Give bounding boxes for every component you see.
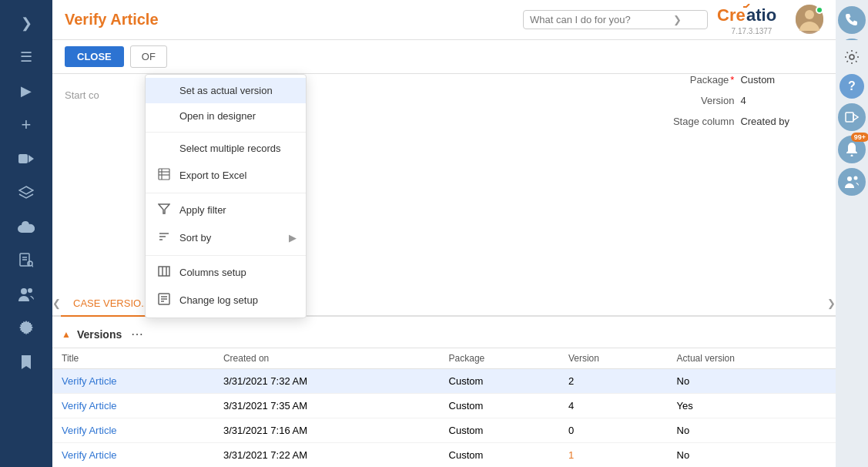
table-row[interactable]: Verify Article 3/31/2021 7:16 AM Custom … <box>52 418 836 443</box>
close-button[interactable]: CLOSE <box>65 46 124 67</box>
row-4-version: 1 <box>559 443 668 468</box>
search-arrow-icon: ❯ <box>673 14 682 25</box>
row-2-title[interactable]: Verify Article <box>62 400 117 412</box>
collapse-versions-button[interactable]: ▲ <box>62 329 71 340</box>
row-4-title[interactable]: Verify Article <box>62 449 117 461</box>
svg-text:atio: atio <box>746 5 776 25</box>
notifications-badge: 99+ <box>851 133 868 142</box>
svg-marker-1 <box>28 155 34 163</box>
row-1-package: Custom <box>440 369 559 394</box>
row-3-actual: No <box>668 418 836 443</box>
form-fields: Package Custom Version 4 Stage column Cr… <box>642 74 789 127</box>
sidebar-icon-people[interactable] <box>11 279 42 310</box>
stage-column-label: Stage column <box>642 116 734 127</box>
search-input[interactable] <box>530 14 669 25</box>
toolbar: CLOSE OF Set as actual version Open in d… <box>52 40 836 74</box>
version-value: 4 <box>740 95 746 106</box>
svg-text:Cre: Cre <box>717 5 746 25</box>
sidebar-icon-search-doc[interactable] <box>11 245 42 276</box>
menu-item-open-designer-label: Open in designer <box>179 110 256 122</box>
table-row[interactable]: Verify Article 3/31/2021 7:32 AM Custom … <box>52 369 836 394</box>
sidebar-icon-bookmark[interactable] <box>11 347 42 378</box>
search-box[interactable]: ❯ <box>523 10 708 29</box>
menu-divider-2 <box>146 193 306 193</box>
row-1-title[interactable]: Verify Article <box>62 375 117 387</box>
menu-item-columns-setup[interactable]: Columns setup <box>146 259 306 286</box>
versions-title: Versions <box>77 328 122 341</box>
versions-table: Title Created on Package Version Actual … <box>52 348 836 467</box>
menu-item-export-excel-label: Export to Excel <box>179 170 246 181</box>
svg-line-7 <box>32 266 34 268</box>
help-icon-button[interactable]: ? <box>840 74 864 99</box>
row-1-version: 2 <box>559 369 668 394</box>
row-3-title[interactable]: Verify Article <box>62 425 117 436</box>
svg-point-33 <box>851 155 853 157</box>
menu-item-export-excel[interactable]: Export to Excel <box>146 161 306 190</box>
version-field-row: Version 4 <box>642 95 789 106</box>
menu-item-sort-by-label: Sort by <box>179 232 211 244</box>
export-excel-icon <box>158 168 172 183</box>
start-comp-label: Start co <box>65 89 99 101</box>
online-indicator <box>816 6 823 14</box>
menu-item-select-multiple[interactable]: Select multiple records <box>146 136 306 161</box>
menu-item-set-actual[interactable]: Set as actual version <box>146 78 306 103</box>
col-title: Title <box>52 348 214 369</box>
menu-item-open-designer[interactable]: Open in designer <box>146 103 306 129</box>
package-field-row: Package Custom <box>642 74 789 86</box>
row-4-actual: No <box>668 443 836 468</box>
menu-item-change-log-label: Change log setup <box>179 294 258 306</box>
menu-item-set-actual-label: Set as actual version <box>179 85 273 96</box>
menu-item-select-multiple-label: Select multiple records <box>179 143 281 154</box>
menu-divider-3 <box>146 255 306 256</box>
user-avatar[interactable] <box>796 6 823 34</box>
row-4-created-on: 3/31/2021 7:22 AM <box>214 443 440 468</box>
sidebar-icon-play[interactable]: ▶ <box>11 76 42 106</box>
sidebar-icon-gear[interactable] <box>11 313 42 344</box>
versions-panel: ▲ Versions ⋯ Title Created on Package Ve… <box>52 321 836 467</box>
settings-panel: ? <box>836 40 868 103</box>
team-icon-button[interactable] <box>838 168 866 196</box>
svg-marker-2 <box>19 186 33 194</box>
notifications-icon-button[interactable]: 99+ <box>838 136 866 163</box>
col-created-on: Created on <box>214 348 440 369</box>
top-header: Verify Article ❯ Cre atio 7.17.3.1377 <box>52 0 836 40</box>
menu-item-apply-filter[interactable]: Apply filter <box>146 197 306 223</box>
row-1-actual: No <box>668 369 836 394</box>
sidebar-icon-plus[interactable]: + <box>11 109 42 140</box>
package-value: Custom <box>740 74 775 86</box>
row-3-created-on: 3/31/2021 7:16 AM <box>214 418 440 443</box>
dropdown-menu: Set as actual version Open in designer S… <box>145 74 307 318</box>
sidebar-icon-video[interactable] <box>11 143 42 174</box>
page-title: Verify Article <box>65 11 514 29</box>
row-1-created-on: 3/31/2021 7:32 AM <box>214 369 440 394</box>
video-icon-button[interactable] <box>838 103 866 131</box>
row-3-package: Custom <box>440 418 559 443</box>
svg-point-35 <box>854 176 858 180</box>
versions-options-button[interactable]: ⋯ <box>131 327 143 341</box>
svg-point-36 <box>850 55 854 59</box>
other-button[interactable]: OF <box>130 45 167 68</box>
svg-rect-31 <box>846 113 853 122</box>
sidebar-icon-layers[interactable] <box>11 177 42 208</box>
svg-marker-32 <box>853 114 858 120</box>
gear-icon-button[interactable] <box>840 45 864 69</box>
version-label: 7.17.3.1377 <box>732 27 772 35</box>
tab-case-versions-label: CASE VERSIO... <box>73 297 149 309</box>
svg-rect-0 <box>18 154 28 163</box>
phone-icon-button[interactable] <box>838 6 866 34</box>
table-row[interactable]: Verify Article 3/31/2021 7:22 AM Custom … <box>52 443 836 468</box>
tab-right-arrow[interactable]: ❯ <box>827 297 836 309</box>
row-4-package: Custom <box>440 443 559 468</box>
sidebar-icon-menu[interactable]: ☰ <box>11 42 42 72</box>
row-3-version: 0 <box>559 418 668 443</box>
menu-item-change-log[interactable]: Change log setup <box>146 286 306 314</box>
tab-left-arrow[interactable]: ❮ <box>52 297 61 309</box>
col-actual-version: Actual version <box>668 348 836 369</box>
menu-item-sort-by[interactable]: Sort by ▶ <box>146 223 306 252</box>
apply-filter-icon <box>158 203 172 217</box>
package-label: Package <box>642 74 734 86</box>
sidebar-icon-cloud[interactable] <box>11 211 42 242</box>
sidebar-icon-chevron[interactable]: ❯ <box>11 8 42 39</box>
table-row[interactable]: Verify Article 3/31/2021 7:35 AM Custom … <box>52 394 836 418</box>
svg-rect-15 <box>159 169 169 180</box>
